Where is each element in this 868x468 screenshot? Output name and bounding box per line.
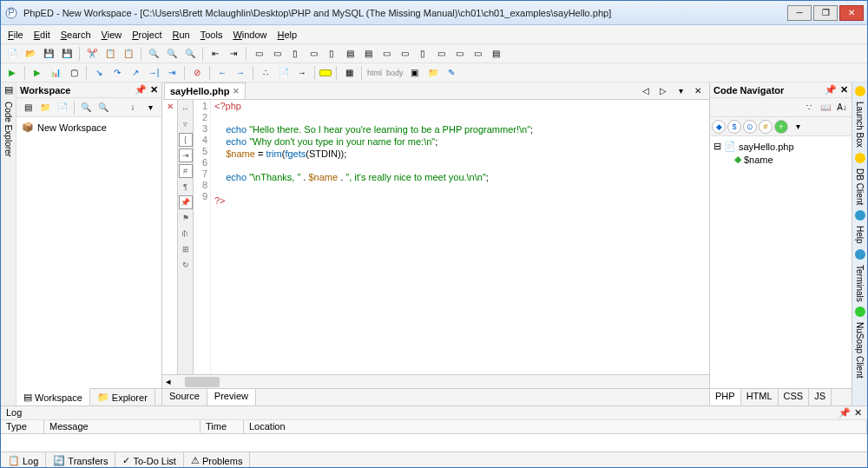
close-file-icon[interactable]: ✕ [167, 102, 174, 111]
tool-a-icon[interactable]: ∴ [258, 65, 273, 81]
nusoap-icon[interactable] [855, 307, 865, 317]
db-client-icon[interactable] [855, 153, 865, 163]
gutter-refresh-icon[interactable]: ↻ [179, 258, 193, 272]
gutter-down-icon[interactable]: ▿ [179, 117, 193, 131]
nav-filter-icon[interactable]: ∵ [801, 100, 817, 115]
run-to-icon[interactable]: →| [146, 65, 161, 81]
nav-book-icon[interactable]: 📖 [818, 100, 833, 115]
explorer-tab[interactable]: 📁Explorer [90, 389, 155, 405]
workspace-tree[interactable]: 📦 New Workspace [16, 117, 161, 388]
tool-b-icon[interactable]: 📄 [276, 65, 292, 81]
prev-tab-icon[interactable]: ◁ [638, 83, 654, 99]
layout-11-icon[interactable]: ▭ [433, 46, 449, 62]
highlight-icon[interactable] [319, 69, 332, 76]
indent-right-icon[interactable]: ⇥ [226, 46, 241, 62]
menu-run[interactable]: Run [173, 30, 190, 40]
find-next-icon[interactable]: 🔍 [164, 46, 180, 62]
gutter-pilcrow-icon[interactable]: ¶ [179, 180, 193, 194]
nav-pin-icon[interactable]: 📌 [825, 84, 837, 96]
preview-tab[interactable]: Preview [207, 389, 256, 405]
workspace-root-item[interactable]: 📦 New Workspace [20, 121, 158, 135]
nav-btn-5[interactable]: + [774, 120, 788, 134]
close-button[interactable]: ✕ [839, 5, 864, 21]
ws-btn-1[interactable]: ▤ [20, 100, 36, 115]
col-time[interactable]: Time [201, 420, 244, 433]
profile-icon[interactable]: 📊 [48, 65, 63, 81]
lang-css[interactable]: CSS [779, 389, 810, 405]
save-all-icon[interactable]: 💾 [59, 46, 75, 62]
tab-menu-icon[interactable]: ▾ [673, 83, 688, 99]
problems-tab[interactable]: ⚠Problems [184, 452, 250, 468]
layout-4-icon[interactable]: ▭ [306, 46, 321, 62]
body-tag-button[interactable]: body [385, 69, 404, 77]
gutter-indent-icon[interactable]: ⇥ [179, 148, 193, 162]
nav-btn-4[interactable]: # [759, 120, 773, 134]
layout-5-icon[interactable]: ▯ [324, 46, 339, 62]
paste-icon[interactable]: 📋 [121, 46, 136, 62]
debug-icon[interactable]: ▶ [30, 65, 45, 81]
code-editor[interactable]: <?php echo "Hello there. So I hear you'r… [211, 100, 709, 374]
step-into-icon[interactable]: ↘ [91, 65, 107, 81]
ws-btn-7[interactable]: ▾ [142, 100, 158, 115]
col-type[interactable]: Type [1, 420, 44, 433]
gutter-split-icon[interactable]: ⫛ [179, 227, 193, 241]
todo-tab[interactable]: ✓To-Do List [115, 452, 184, 468]
maximize-button[interactable]: ❐ [813, 5, 838, 21]
help-tab[interactable]: Help [855, 226, 865, 244]
navigator-tree[interactable]: ⊟ 📄 sayHello.php ◆ $name [710, 136, 852, 388]
menu-edit[interactable]: Edit [34, 30, 50, 40]
source-tab[interactable]: Source [162, 389, 207, 405]
log-pin-icon[interactable]: 📌 [838, 407, 851, 419]
close-all-icon[interactable]: ✕ [690, 83, 706, 99]
nav-file-item[interactable]: ⊟ 📄 sayHello.php [713, 140, 848, 153]
ws-btn-2[interactable]: 📁 [37, 100, 53, 115]
pin-icon[interactable]: 📌 [135, 84, 147, 96]
col-location[interactable]: Location [244, 420, 867, 433]
forward-icon[interactable]: → [233, 65, 248, 81]
ws-btn-3[interactable]: 📄 [55, 100, 70, 115]
menu-project[interactable]: Project [132, 30, 161, 40]
layout-13-icon[interactable]: ▭ [470, 46, 485, 62]
db-client-tab[interactable]: DB Client [855, 168, 865, 205]
menu-view[interactable]: View [102, 30, 122, 40]
copy-icon[interactable]: 📋 [102, 46, 118, 62]
layout-12-icon[interactable]: ▭ [451, 46, 467, 62]
help-icon[interactable] [855, 210, 865, 221]
window-icon[interactable]: ▣ [407, 65, 423, 81]
ws-btn-6[interactable]: ↓ [125, 100, 141, 115]
step-out-icon[interactable]: ↗ [128, 65, 143, 81]
layout-8-icon[interactable]: ▭ [378, 46, 394, 62]
launch-box-icon[interactable] [855, 86, 865, 96]
menu-file[interactable]: File [8, 30, 23, 40]
lang-php[interactable]: PHP [710, 389, 741, 405]
gutter-brace-icon[interactable]: { [179, 133, 193, 147]
layout-9-icon[interactable]: ▭ [397, 46, 412, 62]
menu-search[interactable]: Search [61, 30, 91, 40]
step-over-icon[interactable]: ↷ [109, 65, 125, 81]
nav-close-icon[interactable]: ✕ [840, 84, 848, 96]
layout-6-icon[interactable]: ▤ [342, 46, 358, 62]
collapse-icon[interactable]: ⊟ [713, 141, 721, 152]
gutter-flag-icon[interactable]: ⚑ [179, 211, 193, 225]
log-tab[interactable]: 📋Log [1, 452, 46, 468]
layout-10-icon[interactable]: ▯ [415, 46, 431, 62]
ws-btn-4[interactable]: 🔍 [78, 100, 94, 115]
layout-3-icon[interactable]: ▯ [287, 46, 303, 62]
menu-tools[interactable]: Tools [201, 30, 223, 40]
gutter-schema-icon[interactable]: ⊞ [179, 242, 193, 256]
back-icon[interactable]: ← [214, 65, 230, 81]
find-icon[interactable]: 🔍 [146, 46, 161, 62]
nav-btn-1[interactable]: ◆ [712, 120, 726, 134]
layout-2-icon[interactable]: ▭ [269, 46, 285, 62]
gutter-pin-icon[interactable]: 📌 [179, 195, 193, 209]
nav-sort-icon[interactable]: A↓ [834, 100, 850, 115]
close-tab-icon[interactable]: ✕ [233, 87, 240, 96]
menu-help[interactable]: Help [278, 30, 298, 40]
ws-btn-5[interactable]: 🔍 [95, 100, 111, 115]
stop-icon[interactable]: ▢ [66, 65, 82, 81]
save-icon[interactable]: 💾 [41, 46, 56, 62]
next-tab-icon[interactable]: ▷ [655, 83, 671, 99]
log-body[interactable] [1, 434, 867, 452]
html-tag-button[interactable]: html [366, 69, 383, 77]
edit-icon[interactable]: ✎ [444, 65, 459, 81]
